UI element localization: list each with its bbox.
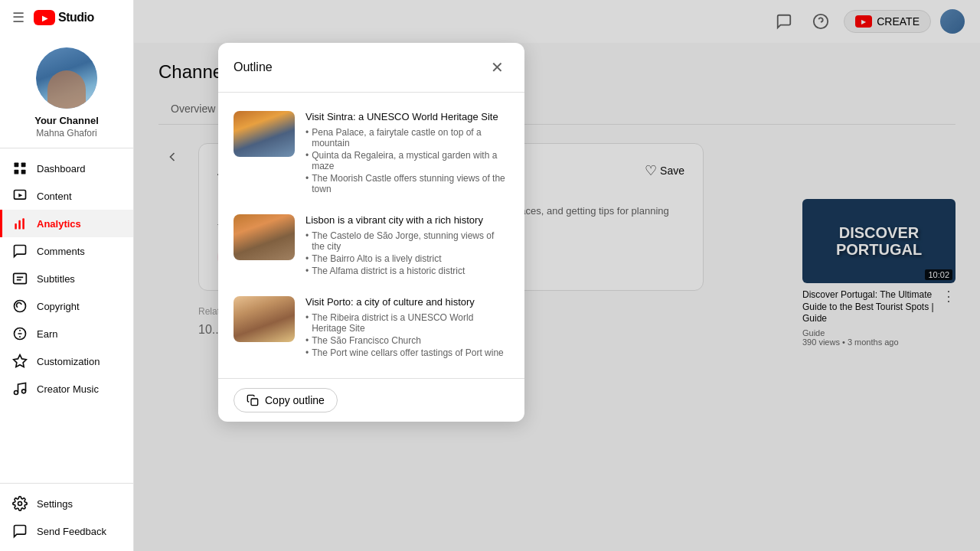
- music-icon: [12, 381, 28, 396]
- outline-item-porto: Visit Porto: a city of culture and histo…: [218, 287, 524, 369]
- sidebar-item-label: Earn: [37, 328, 57, 340]
- avatar[interactable]: [36, 47, 97, 109]
- porto-bullet-1: • The Ribeira district is a UNESCO World…: [305, 312, 509, 334]
- outline-item-lisbon: Lisbon is a vibrant city with a rich his…: [218, 205, 524, 287]
- sidebar-item-label: Dashboard: [37, 163, 86, 174]
- sidebar-item-send-feedback[interactable]: Send Feedback: [0, 517, 133, 545]
- yt-logo-text: Studio: [58, 11, 94, 24]
- sidebar-item-label: Customization: [37, 356, 100, 367]
- svg-point-16: [18, 502, 22, 506]
- svg-point-14: [15, 391, 18, 395]
- svg-rect-1: [21, 163, 26, 168]
- sintra-bullet-1: • Pena Palace, a fairytale castle on top…: [305, 127, 509, 148]
- channel-handle: Mahna Ghafori: [36, 128, 96, 139]
- lisbon-bullet-1: • The Castelo de São Jorge, stunning vie…: [305, 230, 509, 252]
- earn-icon: [12, 326, 28, 341]
- modal-overlay[interactable]: Outline ✕ Visit Sintra: a UNESCO World H…: [134, 0, 980, 551]
- channel-name: Your Channel: [34, 115, 99, 126]
- sintra-bullet-2: • Quinta da Regaleira, a mystical garden…: [305, 150, 509, 171]
- feedback-icon: [12, 523, 28, 539]
- modal-footer: Copy outline: [218, 378, 524, 422]
- svg-rect-9: [14, 273, 27, 283]
- porto-thumbnail: [234, 296, 295, 342]
- copy-icon: [247, 394, 259, 406]
- sidebar-item-dashboard[interactable]: Dashboard: [0, 155, 133, 182]
- porto-bullet-2: • The São Francisco Church: [305, 335, 509, 346]
- sidebar-item-label: Send Feedback: [37, 526, 106, 537]
- svg-rect-2: [15, 170, 19, 174]
- nav-section: Dashboard Content Analytics: [0, 148, 133, 483]
- svg-rect-7: [18, 220, 21, 230]
- sidebar-item-label: Copyright: [37, 301, 80, 312]
- sintra-thumbnail: [234, 111, 295, 157]
- lisbon-bullet-2: • The Bairro Alto is a lively district: [305, 253, 509, 264]
- sidebar-item-label: Settings: [37, 498, 73, 510]
- lisbon-title: Lisbon is a vibrant city with a rich his…: [305, 214, 509, 226]
- subtitles-icon: [12, 271, 28, 286]
- outline-item-sintra: Visit Sintra: a UNESCO World Heritage Si…: [218, 102, 524, 205]
- yt-logo-icon: [34, 10, 55, 25]
- sidebar-item-label: Content: [37, 191, 72, 202]
- sidebar-item-analytics[interactable]: Analytics: [0, 210, 133, 237]
- porto-bullet-3: • The Port wine cellars offer tastings o…: [305, 347, 509, 358]
- sidebar-item-earn[interactable]: Earn: [0, 320, 133, 347]
- sidebar-item-settings[interactable]: Settings: [0, 490, 133, 517]
- copy-outline-button[interactable]: Copy outline: [234, 388, 338, 412]
- svg-rect-3: [21, 170, 26, 174]
- comments-icon: [12, 243, 28, 259]
- lisbon-thumbnail: [234, 214, 295, 260]
- svg-point-12: [15, 301, 26, 312]
- svg-point-15: [22, 390, 26, 393]
- yt-logo[interactable]: Studio: [34, 10, 94, 25]
- settings-icon: [12, 496, 28, 511]
- sidebar-item-comments[interactable]: Comments: [0, 237, 133, 265]
- sidebar-item-creator-music[interactable]: Creator Music: [0, 375, 133, 403]
- sintra-bullet-3: • The Moorish Castle offers stunning vie…: [305, 173, 509, 194]
- modal-close-button[interactable]: ✕: [485, 55, 509, 80]
- modal-title: Outline: [234, 60, 273, 74]
- svg-marker-5: [18, 194, 22, 197]
- svg-rect-23: [251, 399, 258, 406]
- sidebar-item-content[interactable]: Content: [0, 182, 133, 210]
- lisbon-bullet-3: • The Alfama district is a historic dist…: [305, 266, 509, 276]
- svg-rect-6: [15, 223, 17, 230]
- channel-section: Your Channel Mahna Ghafori: [0, 35, 133, 148]
- sidebar-item-copyright[interactable]: Copyright: [0, 292, 133, 320]
- copyright-icon: [12, 298, 28, 314]
- analytics-icon: [12, 216, 28, 231]
- sidebar-item-label: Creator Music: [37, 383, 99, 395]
- sidebar-item-label: Subtitles: [37, 273, 75, 285]
- sintra-title: Visit Sintra: a UNESCO World Heritage Si…: [305, 111, 509, 122]
- sidebar-item-customization[interactable]: Customization: [0, 347, 133, 375]
- lisbon-content: Lisbon is a vibrant city with a rich his…: [305, 214, 509, 278]
- avatar-image: [36, 47, 97, 109]
- porto-content: Visit Porto: a city of culture and histo…: [305, 296, 509, 360]
- porto-title: Visit Porto: a city of culture and histo…: [305, 296, 509, 308]
- copy-outline-label: Copy outline: [265, 394, 325, 406]
- outline-modal: Outline ✕ Visit Sintra: a UNESCO World H…: [218, 43, 524, 422]
- modal-body: Visit Sintra: a UNESCO World Heritage Si…: [218, 93, 524, 378]
- sidebar-item-label: Comments: [37, 246, 85, 257]
- content-icon: [12, 188, 28, 204]
- hamburger-icon[interactable]: ☰: [12, 9, 24, 26]
- sidebar-bottom: Settings Send Feedback: [0, 483, 133, 551]
- sidebar-header: ☰ Studio: [0, 0, 133, 35]
- sintra-content: Visit Sintra: a UNESCO World Heritage Si…: [305, 111, 509, 196]
- sidebar-item-subtitles[interactable]: Subtitles: [0, 265, 133, 292]
- modal-header: Outline ✕: [218, 43, 524, 93]
- main-content: CREATE Channel analytics Overview Conten…: [134, 0, 980, 551]
- sidebar-item-label: Analytics: [37, 218, 81, 230]
- svg-rect-8: [22, 218, 24, 229]
- customization-icon: [12, 354, 28, 369]
- svg-rect-0: [15, 163, 19, 168]
- sidebar: ☰ Studio Your Channel Mahna Ghafori Dash…: [0, 0, 134, 551]
- dashboard-icon: [12, 161, 28, 176]
